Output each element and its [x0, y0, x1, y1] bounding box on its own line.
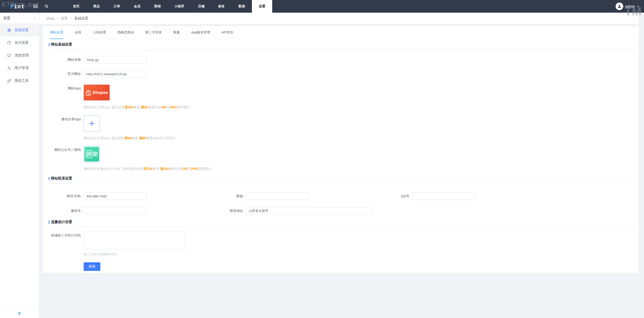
qrcode-image: 拼 团 — [84, 147, 99, 162]
breadcrumb-separator: > — [70, 17, 72, 20]
app-logo-rest: int — [14, 3, 25, 10]
site-logo-label: 网站logo: — [49, 86, 82, 91]
site-logo-upload[interactable]: S Shopee — [84, 85, 110, 101]
section-accent-bar — [49, 43, 49, 46]
breadcrumb-shop[interactable]: Shop — [46, 16, 54, 21]
avatar — [616, 3, 623, 10]
form-row-site-url: 官方网址: — [49, 70, 633, 78]
section-header-site-basic: 网站基础设置 — [49, 42, 633, 50]
tab-api-security[interactable]: API安全 — [222, 26, 233, 39]
nav-item-miniprogram[interactable]: 小程序 — [168, 0, 191, 13]
tools-icon — [7, 79, 11, 83]
sidebar-footer-logo: P — [0, 310, 39, 318]
breadcrumb-basic-settings: 基础设置 — [74, 16, 88, 21]
tab-third-party-login[interactable]: 第三方登录 — [145, 26, 162, 39]
form-row-contact-1: 电话/手机: 邮箱: QQ号: — [49, 192, 633, 200]
stats-code-textarea[interactable] — [84, 232, 185, 249]
sidebar-item-basic-settings[interactable]: 基础设置 — [0, 24, 39, 36]
qq-input[interactable] — [412, 192, 475, 200]
breadcrumb: Shop > 设置 > 基础设置 — [40, 13, 639, 24]
sidebar-item-label: 系统工具 — [14, 78, 29, 83]
official-qrcode-hint: 网站绑定的微信公众号的二维码,建议使用宽100像素-高100像素内的GIF或PN… — [84, 167, 633, 171]
wechat-share-logo-label: 微信分享logo: — [49, 117, 82, 122]
section-title: 网站基础设置 — [51, 42, 72, 47]
nav-item-home[interactable]: 首页 — [66, 0, 86, 13]
sidebar-title: 设置 — [3, 16, 10, 21]
wallet-icon — [7, 41, 11, 45]
site-url-label: 官方网址: — [49, 72, 82, 76]
tab-upload-settings[interactable]: 上传设置 — [93, 26, 106, 39]
form-row-site-logo: 网站logo: S Shopee — [49, 85, 633, 101]
nav-item-settings[interactable]: 设置 — [252, 0, 272, 13]
app-logo: Pint — [0, 0, 30, 13]
section-accent-bar — [49, 221, 49, 224]
tab-operations[interactable]: 运营 — [75, 26, 81, 39]
official-qrcode-label: 网站公众号二维码: — [49, 148, 82, 152]
wechat-id-input[interactable] — [84, 207, 147, 215]
site-logo-hint: 网站的长方形logo, 建议使用宽280像素-高50像素内的GIF或PNG透明图… — [84, 105, 633, 110]
save-button[interactable]: 保存 — [84, 262, 100, 271]
sidebar-item-label: 支付设置 — [14, 41, 29, 45]
stats-code-hint: 第三方统计的脚本代码 — [84, 252, 633, 257]
tab-site-settings[interactable]: 网站设置 — [50, 26, 63, 39]
user-menu[interactable]: admin — [616, 0, 644, 13]
settings-tabs: 网站设置 运营 上传设置 伪静态路由 第三方登录 客服 App版本管理 API安… — [43, 26, 639, 39]
nav-item-orders[interactable]: 订单 — [107, 0, 127, 13]
tab-rewrite-routes[interactable]: 伪静态路由 — [117, 26, 134, 39]
shopee-bag-icon: S — [85, 89, 91, 96]
site-name-input[interactable] — [84, 56, 147, 64]
wechat-share-logo-hint: 网站的正方形logo, 建议使用宽80像素-高80像素内的正方形图片 — [84, 136, 633, 141]
breadcrumb-separator: > — [57, 17, 59, 20]
nav-item-store[interactable]: 店铺 — [191, 0, 211, 13]
search-icon — [45, 4, 49, 8]
phone-input[interactable] — [84, 192, 147, 200]
section-header-contact: 网站联系设置 — [49, 176, 633, 184]
sidebar-item-label: 用户管理 — [14, 66, 29, 70]
sidebar-item-message-management[interactable]: 消息管理 — [0, 49, 39, 62]
tab-app-version[interactable]: App版本管理 — [191, 26, 210, 39]
qrcode-image-text-1: 拼 — [86, 150, 92, 158]
chevron-down-icon — [637, 6, 639, 7]
shopee-logo-text: Shopee — [93, 90, 108, 95]
wechat-share-logo-upload[interactable]: + — [84, 115, 100, 132]
email-input[interactable] — [246, 192, 309, 200]
section-header-traffic-stats: 流量统计设置 — [49, 220, 633, 227]
plus-icon: + — [89, 119, 94, 128]
nav-item-data[interactable]: 数据 — [232, 0, 252, 13]
message-icon — [7, 53, 11, 57]
sidebar-header[interactable]: 设置 ▼ — [0, 13, 39, 24]
collapse-caret-icon: ▼ — [33, 17, 36, 19]
nav-item-goods[interactable]: 商品 — [86, 0, 107, 13]
form-row-site-name: 网站名称: — [49, 56, 633, 64]
gear-icon — [7, 28, 11, 32]
site-url-input[interactable] — [84, 70, 147, 78]
app-logo-prefix: P — [10, 3, 14, 10]
qrcode-image-text-2: 团 — [93, 151, 98, 157]
sidebar-item-label: 消息管理 — [14, 53, 29, 58]
hamburger-menu-button[interactable] — [30, 0, 41, 13]
sidebar-item-payment-settings[interactable]: 支付设置 — [0, 36, 39, 49]
sidebar-item-user-management[interactable]: 用户管理 — [0, 62, 39, 74]
address-input[interactable] — [246, 207, 373, 215]
tab-customer-service[interactable]: 客服 — [173, 26, 180, 39]
sidebar-item-label: 基础设置 — [14, 28, 29, 32]
sidebar-item-system-tools[interactable]: 系统工具 — [0, 74, 39, 87]
person-icon — [617, 4, 621, 8]
svg-text:S: S — [87, 92, 89, 95]
section-title: 流量统计设置 — [51, 220, 72, 224]
phone-label: 电话/手机: — [49, 194, 82, 198]
breadcrumb-settings[interactable]: 设置 — [61, 16, 68, 21]
nav-item-members[interactable]: 会员 — [127, 0, 147, 13]
site-name-label: 网站名称: — [49, 57, 82, 62]
form-row-stats-code: 商城第三方统计代码: — [49, 232, 633, 249]
hamburger-icon — [33, 5, 38, 8]
form-row-contact-2: 微信号: 联系地址: — [49, 207, 633, 215]
address-label: 联系地址: — [211, 209, 244, 213]
qq-label: QQ号: — [377, 194, 410, 198]
form-row-official-qrcode: 网站公众号二维码: 拼 团 — [49, 146, 633, 162]
search-button[interactable] — [41, 0, 52, 13]
settings-card: 网站设置 运营 上传设置 伪静态路由 第三方登录 客服 App版本管理 API安… — [43, 26, 639, 273]
official-qrcode-upload[interactable]: 拼 团 — [84, 146, 100, 162]
nav-item-finance[interactable]: 财务 — [211, 0, 232, 13]
nav-item-marketing[interactable]: 营销 — [147, 0, 168, 13]
